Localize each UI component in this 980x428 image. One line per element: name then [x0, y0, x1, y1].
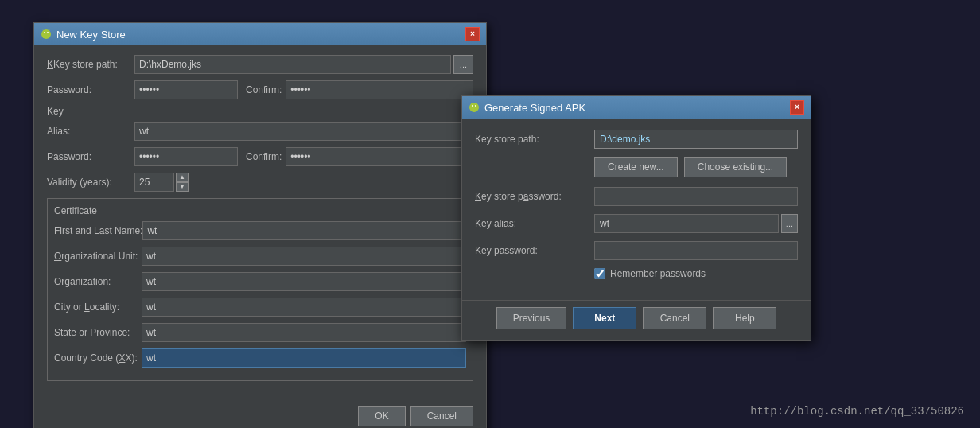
key-section-title: Key — [47, 106, 473, 117]
gs-key-password-input[interactable] — [594, 241, 798, 260]
country-row: Country Code (XX): — [54, 348, 466, 368]
validity-label: Validity (years): — [47, 177, 134, 188]
city-label: City or Locality: — [54, 302, 142, 313]
gs-remember-passwords-checkbox[interactable] — [594, 268, 605, 279]
alias-row: Alias: — [47, 122, 473, 141]
gs-buttons-row: Create new... Choose existing... — [475, 157, 798, 177]
svg-rect-7 — [471, 107, 477, 111]
org-input[interactable] — [142, 272, 466, 291]
cancel-button[interactable]: Cancel — [410, 406, 473, 426]
first-last-input[interactable] — [142, 221, 466, 240]
gs-key-alias-input[interactable] — [594, 214, 779, 233]
gs-key-alias-browse-button[interactable]: ... — [781, 214, 798, 233]
keystore-path-browse-button[interactable]: ... — [453, 55, 473, 74]
svg-rect-1 — [43, 33, 49, 37]
svg-point-8 — [472, 105, 473, 107]
generate-signed-apk-body: Key store path: Create new... Choose exi… — [462, 119, 811, 300]
gs-keystore-password-row: Key store password: — [475, 187, 798, 206]
keystore-path-label: KKey store path: — [47, 59, 134, 70]
gs-keystore-path-label: Key store path: — [475, 134, 594, 145]
previous-button[interactable]: Previous — [496, 307, 567, 329]
gs-key-password-row: Key password: — [475, 241, 798, 260]
new-keystore-body: KKey store path: ... Password: Confirm: … — [34, 45, 486, 399]
org-unit-row: Organizational Unit: — [54, 247, 466, 266]
validity-up-button[interactable]: ▲ — [176, 173, 189, 182]
gs-keystore-password-input[interactable] — [594, 187, 798, 206]
certificate-title: Certificate — [54, 205, 466, 216]
alias-input[interactable] — [134, 122, 473, 141]
org-unit-label: Organizational Unit: — [54, 251, 142, 262]
validity-row: Validity (years): ▲ ▼ — [47, 173, 473, 192]
keystore-path-input[interactable] — [134, 55, 451, 74]
gs-key-password-label: Key password: — [475, 245, 594, 256]
confirm-label: Confirm: — [246, 84, 282, 95]
android-icon-2 — [469, 102, 480, 113]
new-keystore-footer: OK Cancel — [34, 399, 486, 428]
key-password-input[interactable] — [134, 147, 238, 166]
validity-spinner: ▲ ▼ — [176, 173, 189, 192]
svg-point-2 — [44, 32, 45, 33]
state-input[interactable] — [142, 323, 466, 342]
ok-button[interactable]: OK — [358, 406, 405, 426]
create-new-button[interactable]: Create new... — [594, 157, 678, 177]
org-row: Organization: — [54, 272, 466, 291]
svg-point-9 — [475, 105, 476, 107]
city-input[interactable] — [142, 298, 466, 317]
state-label: State or Province: — [54, 327, 142, 338]
gs-key-alias-row: Key alias: ... — [475, 214, 798, 233]
generate-signed-apk-titlebar: Generate Signed APK × — [462, 96, 811, 119]
generate-signed-apk-title: Generate Signed APK — [484, 102, 585, 114]
confirm-input[interactable] — [286, 80, 473, 99]
org-label: Organization: — [54, 276, 142, 287]
gs-keystore-path-row: Key store path: — [475, 130, 798, 149]
first-last-row: First and Last Name: — [54, 221, 466, 240]
password-row: Password: Confirm: — [47, 80, 473, 99]
new-keystore-titlebar: New Key Store × — [34, 23, 486, 45]
url-label: http://blog.csdn.net/qq_33750826 — [750, 403, 964, 420]
certificate-section: Certificate First and Last Name: Organiz… — [47, 198, 473, 381]
choose-existing-button[interactable]: Choose existing... — [684, 157, 787, 177]
alias-label: Alias: — [47, 126, 134, 137]
gs-key-alias-label: Key alias: — [475, 218, 594, 229]
generate-signed-apk-dialog: Generate Signed APK × Key store path: Cr… — [461, 95, 811, 341]
password-input[interactable] — [134, 80, 238, 99]
org-unit-input[interactable] — [142, 247, 466, 266]
key-password-row: Password: Confirm: — [47, 147, 473, 166]
help-button[interactable]: Help — [713, 307, 776, 329]
city-row: City or Locality: — [54, 298, 466, 317]
key-password-label: Password: — [47, 151, 134, 162]
validity-input[interactable] — [134, 173, 174, 192]
state-row: State or Province: — [54, 323, 466, 342]
country-input[interactable] — [142, 348, 466, 368]
validity-down-button[interactable]: ▼ — [176, 182, 189, 192]
key-confirm-input[interactable] — [286, 147, 473, 166]
generate-signed-apk-close-button[interactable]: × — [790, 100, 804, 115]
gs-cancel-button[interactable]: Cancel — [643, 307, 706, 329]
key-confirm-label: Confirm: — [246, 151, 282, 162]
android-icon — [41, 29, 52, 40]
gs-remember-passwords-row: Remember passwords — [475, 268, 798, 279]
svg-point-3 — [47, 32, 49, 33]
keystore-path-row: KKey store path: ... — [47, 55, 473, 74]
first-last-label: First and Last Name: — [54, 225, 142, 236]
gs-keystore-password-label: Key store password: — [475, 191, 594, 202]
new-keystore-close-button[interactable]: × — [465, 27, 480, 41]
next-button[interactable]: Next — [573, 307, 636, 329]
new-keystore-dialog: New Key Store × KKey store path: ... Pas… — [33, 22, 487, 428]
gs-remember-passwords-label: Remember passwords — [610, 268, 706, 279]
gs-keystore-path-input[interactable] — [594, 130, 798, 149]
password-label: Password: — [47, 84, 134, 95]
generate-signed-apk-footer: Previous Next Cancel Help — [462, 300, 811, 340]
new-keystore-title: New Key Store — [56, 29, 126, 41]
country-label: Country Code (XX): — [54, 352, 142, 364]
